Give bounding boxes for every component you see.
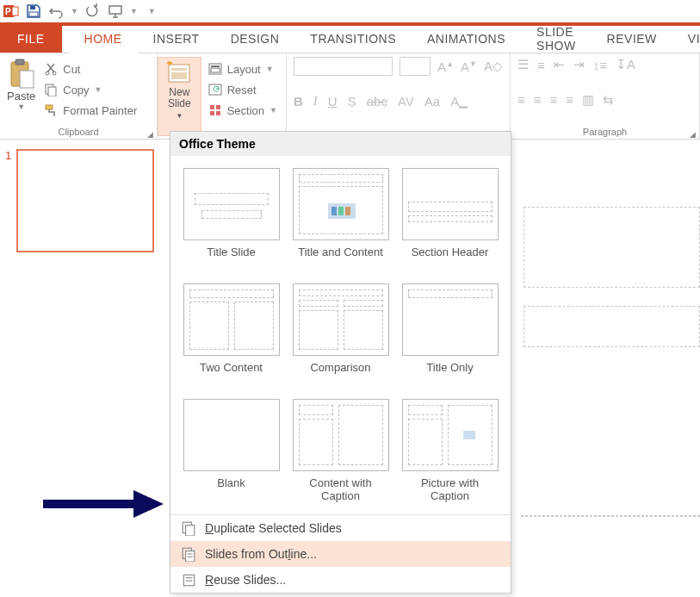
svg-rect-12 (48, 87, 56, 96)
section-button[interactable]: Section▼ (205, 100, 281, 121)
qat-customize-icon[interactable]: ▼ (148, 7, 156, 16)
duplicate-slides-item[interactable]: Duplicate Selected Slides (170, 515, 511, 541)
line-spacing-icon[interactable]: ↕≡ (593, 58, 607, 72)
svg-rect-20 (209, 84, 221, 95)
font-size-combo[interactable] (400, 57, 431, 76)
svg-text:P: P (5, 7, 11, 16)
italic-button[interactable]: I (313, 94, 318, 109)
svg-rect-18 (211, 65, 220, 67)
slide-bottom-edge (521, 515, 700, 517)
bold-button[interactable]: B (294, 94, 303, 109)
layout-title-content[interactable]: Title and Content (292, 168, 389, 271)
slide-thumb-1[interactable]: 1 (5, 149, 158, 252)
tab-insert[interactable]: INSERT (138, 25, 215, 53)
svg-rect-22 (216, 105, 220, 109)
align-left-icon[interactable]: ≡ (517, 92, 525, 107)
tab-home[interactable]: HOME (69, 25, 138, 53)
bullets-icon[interactable]: ☰ (517, 57, 529, 72)
cut-label: Cut (63, 63, 80, 76)
dropdown-header: Office Theme (170, 132, 511, 156)
svg-rect-7 (15, 59, 24, 65)
font-color-button[interactable]: A (450, 94, 468, 109)
new-slide-label: New Slide ▼ (164, 87, 195, 121)
tab-view[interactable]: VIEW (672, 25, 700, 53)
svg-rect-23 (210, 111, 214, 115)
reuse-slides-item[interactable]: Reuse Slides... (170, 567, 511, 593)
new-slide-button[interactable]: New Slide ▼ (158, 57, 201, 136)
svg-rect-28 (345, 207, 350, 215)
layout-content-caption[interactable]: Content with Caption (292, 399, 389, 502)
thumb-preview[interactable] (16, 149, 154, 252)
layout-title-slide[interactable]: Title Slide (183, 168, 280, 271)
layout-two-content[interactable]: Two Content (183, 283, 280, 387)
launcher-icon[interactable]: ◢ (690, 130, 696, 139)
svg-rect-19 (211, 68, 220, 72)
inc-indent-icon[interactable]: ⇥ (573, 57, 585, 72)
case-button[interactable]: Aa (424, 94, 440, 109)
group-clipboard: Paste ▼ Cut Copy ▼ Format Painter C (0, 53, 158, 139)
layout-picture-caption[interactable]: Picture with Caption (401, 399, 499, 502)
tab-slideshow[interactable]: SLIDE SHOW (521, 25, 592, 53)
undo-icon[interactable] (48, 3, 64, 19)
slide-subtitle-placeholder[interactable] (523, 306, 700, 347)
svg-rect-2 (12, 7, 18, 16)
svg-rect-5 (109, 6, 121, 14)
slides-from-outline-item[interactable]: Slides from Outline... (170, 541, 511, 567)
align-right-icon[interactable]: ≡ (550, 92, 558, 107)
launcher-icon[interactable]: ◢ (147, 130, 153, 139)
strike-button[interactable]: abc (367, 94, 387, 109)
ribbon: Paste ▼ Cut Copy ▼ Format Painter C (0, 53, 700, 140)
layout-blank[interactable]: Blank (183, 399, 280, 502)
section-label: Section (227, 104, 264, 117)
cut-button[interactable]: Cut (40, 59, 140, 79)
layout-section-header[interactable]: Section Header (401, 168, 499, 271)
reset-button[interactable]: Reset (205, 79, 281, 100)
callout-arrow (34, 487, 164, 525)
tab-file[interactable]: FILE (0, 25, 62, 53)
clipboard-group-label: Clipboard◢ (7, 127, 150, 139)
paste-button[interactable]: Paste ▼ (7, 57, 35, 121)
grow-font-icon[interactable]: A▲ (437, 59, 454, 74)
save-icon[interactable] (26, 3, 41, 19)
outline-icon (181, 546, 196, 562)
justify-icon[interactable]: ≡ (566, 92, 573, 107)
text-direction-icon[interactable]: ↧A (616, 57, 635, 72)
group-font: A▲ A▼ A◇ B I U S abc AV Aa A (287, 53, 511, 139)
svg-rect-24 (216, 111, 220, 115)
align-center-icon[interactable]: ≡ (534, 92, 542, 107)
svg-rect-29 (463, 431, 475, 439)
tab-review[interactable]: REVIEW (592, 25, 672, 53)
numbering-icon[interactable]: ≡ (537, 58, 545, 72)
font-name-combo[interactable] (294, 57, 393, 76)
redo-icon[interactable] (85, 3, 101, 19)
svg-rect-8 (20, 71, 34, 88)
quick-access-toolbar: P ▼ ▼ ▼ (0, 0, 700, 22)
shrink-font-icon[interactable]: A▼ (461, 59, 477, 74)
clear-format-icon[interactable]: A◇ (484, 59, 503, 74)
present-dropdown-icon[interactable]: ▼ (130, 7, 138, 16)
thumb-number: 1 (5, 149, 11, 252)
tab-animations[interactable]: ANIMATIONS (412, 25, 521, 53)
columns-icon[interactable]: ▥ (582, 92, 594, 108)
layout-title-only[interactable]: Title Only (401, 283, 499, 387)
tab-transitions[interactable]: TRANSITIONS (294, 25, 412, 53)
underline-button[interactable]: U (328, 94, 338, 109)
smartart-icon[interactable]: ⇆ (603, 92, 614, 108)
svg-rect-16 (171, 72, 187, 79)
thumbnail-pane[interactable]: 1 (0, 140, 164, 597)
layout-button[interactable]: Layout▼ (205, 59, 281, 79)
reuse-label: Reuse Slides... (205, 573, 286, 587)
svg-rect-26 (331, 207, 337, 215)
format-painter-button[interactable]: Format Painter (40, 100, 140, 121)
spacing-button[interactable]: AV (398, 94, 414, 109)
present-icon[interactable] (108, 3, 123, 19)
copy-button[interactable]: Copy ▼ (40, 79, 140, 100)
slide-title-placeholder[interactable] (523, 207, 700, 288)
app-icon: P (3, 3, 19, 19)
shadow-button[interactable]: S (348, 94, 356, 109)
tab-design[interactable]: DESIGN (215, 25, 295, 53)
layout-gallery: Title Slide Title and Content Section He… (170, 156, 511, 514)
layout-comparison[interactable]: Comparison (292, 283, 389, 387)
dec-indent-icon[interactable]: ⇤ (554, 57, 565, 72)
undo-dropdown-icon[interactable]: ▼ (71, 7, 78, 16)
